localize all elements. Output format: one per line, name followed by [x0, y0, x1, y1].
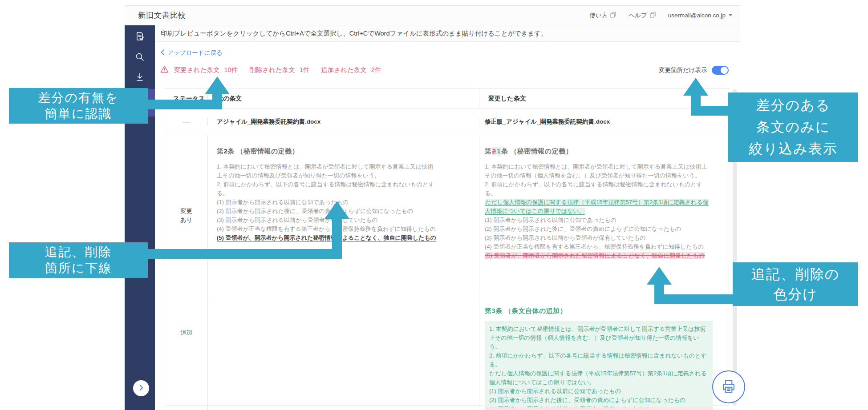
app-sidebar — [125, 25, 155, 410]
filter-toggle-label: 変更箇所だけ表示 — [659, 66, 707, 74]
original-cell-partial — [208, 406, 479, 410]
back-link-label: アップロードに戻る — [167, 49, 223, 57]
changed-para: 2. 前項にかかわらず、以下の各号に該当する情報は秘密情報に含まれないものとする… — [485, 180, 709, 198]
changed-para: 1. 本契約において秘密情報とは、開示者が受領者に対して開示する営業上又は技術上… — [485, 162, 709, 180]
help-link-label: ヘルプ — [629, 12, 647, 20]
callout-line: 絞り込み表示 — [728, 138, 858, 160]
download-icon[interactable] — [134, 72, 146, 83]
added-article-body: 1. 本契約において秘密情報とは、開示者が受領者に対して開示する営業上又は技術上… — [485, 321, 713, 410]
diff-summary: 変更された条文 10件 削除された条文 1件 追加された条文 2件 — [160, 65, 387, 74]
added-articles-count: 追加された条文 2件 — [321, 66, 381, 74]
caret-down-icon — [729, 14, 732, 16]
original-article-heading: 第2条 （秘密情報の定義） — [217, 147, 439, 156]
heading-text: 第 — [217, 147, 224, 155]
external-link-icon — [610, 12, 616, 19]
changed-item: (4) 受領者が正当な権限を有する第三者から、秘密保持義務を負わずに知得したもの — [485, 242, 709, 251]
changed-file-name: 修正版_アジャイル_開発業務委託契約書.docx — [479, 118, 729, 126]
changed-count: 10件 — [224, 66, 238, 74]
chevron-right-icon — [137, 384, 145, 393]
table-header-row: ステータス 元の条文 変更した条文 — [165, 88, 729, 109]
callout-filter: 差分のある 条文のみに 絞り込み表示 — [728, 92, 858, 162]
usage-link-label: 使い方 — [589, 12, 608, 20]
sidebar-expand-button[interactable] — [133, 380, 149, 396]
titlebar-links: 使い方 ヘルプ usermail@aicon.co.jp — [589, 12, 732, 20]
callout-arrow-connector — [145, 100, 222, 109]
changed-item: (2) 開示者から開示された後に、受領者の責めによらずに公知になったもの — [485, 225, 709, 233]
changed-articles-count: 変更された条文 10件 — [174, 66, 238, 74]
added-line: ただし個人情報の保護に関する法律（平成15年法律第57号）第2条1項に定義される… — [489, 369, 708, 387]
toggle-knob — [721, 67, 728, 74]
warning-icon — [160, 65, 169, 74]
heading-text: 第 — [485, 147, 492, 155]
column-header-original: 元の条文 — [208, 88, 479, 108]
account-menu[interactable]: usermail@aicon.co.jp — [668, 12, 732, 19]
added-article-cell: 第3条 （条文自体の追加） 1. 本契約において秘密情報とは、開示者が受領者に対… — [479, 296, 729, 405]
deleted-item: (5) 受領者が、開示者から開示された秘密情報によることなく、独自に開発したもの — [485, 252, 705, 259]
callout-line: 差分のある — [728, 94, 858, 116]
added-line: 2. 前項にかかわらず、以下の各号に該当する情報は秘密情報に含まれないものとする… — [489, 351, 708, 369]
changed-label: 変更された条文 — [174, 66, 220, 74]
callout-line: 条文のみに — [728, 116, 858, 138]
callout-color-coding: 追記、削除の 色分け — [733, 262, 858, 306]
page-title: 新旧文書比較 — [138, 10, 186, 20]
diff-added-text: ただし個人情報の保護に関する法律（平成15年法律第57号）第2条1項に定義される… — [485, 198, 709, 216]
callout-diff-presence: 差分の有無を 簡単に認識 — [9, 88, 148, 124]
document-check-icon[interactable] — [134, 31, 146, 42]
deleted-label: 削除された条文 — [249, 66, 295, 74]
added-line: (1) 開示者から開示される以前に公知であったもの — [489, 387, 708, 396]
added-article-row: 追加 第3条 （条文自体の追加） 1. 本契約において秘密情報とは、開示者が受領… — [165, 296, 729, 406]
callout-line: 箇所に下線 — [9, 260, 148, 276]
status-badge: 変更あり — [179, 207, 194, 225]
callout-arrow-shaft — [332, 218, 342, 252]
diff-deleted-text: (5) 受領者が、開示者から開示された秘密情報によることなく、独自に開発したもの — [485, 251, 709, 260]
usage-link[interactable]: 使い方 — [589, 12, 616, 20]
added-label: 追加された条文 — [321, 66, 367, 74]
filter-toggle-row: 変更箇所だけ表示 — [659, 66, 729, 75]
file-name-row: — アジャイル_開発業務委託契約書.docx 修正版_アジャイル_開発業務委託契… — [165, 109, 729, 135]
deleted-row-partial — [479, 406, 729, 410]
heading-text: 条 （秘密情報の定義） — [227, 147, 299, 155]
filter-toggle[interactable] — [712, 66, 729, 75]
deleted-articles-count: 削除された条文 1件 — [249, 66, 309, 74]
callout-line: 簡単に認識 — [9, 106, 148, 122]
heading-deleted-char: 2 — [492, 147, 497, 155]
status-badge: 追加 — [179, 328, 194, 337]
changed-article-cell: 第21条 （秘密情報の定義） 1. 本契約において秘密情報とは、開示者が受領者に… — [479, 135, 729, 296]
changed-article-row: 変更あり 第2条 （秘密情報の定義） 1. 本契約において秘密情報とは、開示者が… — [165, 135, 729, 296]
heading-text: 条 （秘密情報の定義） — [501, 147, 572, 155]
deleted-count: 1件 — [300, 66, 310, 74]
added-clause: ただし個人情報の保護に関する法律（平成15年法律第57号）第2条1項に定義される… — [485, 199, 709, 214]
info-text: 印刷プレビューボタンをクリックしてからCtrl+Aで全文選択し、Ctrl+CでW… — [161, 29, 548, 38]
back-link[interactable]: アップロードに戻る — [161, 49, 223, 57]
status-cell-changed: 変更あり — [165, 135, 208, 296]
original-para: 2. 前項にかかわらず、以下の各号に該当する情報は秘密情報に含まれないものとする… — [217, 180, 439, 198]
callout-arrow-connector — [654, 294, 734, 304]
callout-arrowhead-colorcoding — [647, 267, 672, 285]
original-file-name: アジャイル_開発業務委託契約書.docx — [208, 118, 479, 126]
callout-line: 色分け — [733, 284, 858, 304]
changed-item: (3) 開示者から開示される以前から受領者が保有していたもの — [485, 233, 709, 242]
heading-added-char: 1 — [496, 147, 501, 155]
original-article-cell-empty — [208, 296, 479, 405]
added-article-heading: 第3条 （条文自体の追加） — [485, 307, 713, 315]
info-bar: 印刷プレビューボタンをクリックしてからCtrl+Aで全文選択し、Ctrl+CでW… — [155, 25, 740, 42]
chevron-left-icon — [161, 49, 164, 56]
status-cell-added: 追加 — [165, 296, 208, 405]
added-count: 2件 — [371, 66, 381, 74]
callout-line: 追記、削除 — [9, 244, 148, 260]
external-link-icon — [650, 12, 656, 19]
help-link[interactable]: ヘルプ — [629, 12, 655, 20]
next-row-partial — [165, 406, 729, 410]
print-preview-button[interactable] — [712, 370, 745, 403]
search-icon[interactable] — [134, 51, 146, 63]
titlebar: 新旧文書比較 使い方 ヘルプ usermail@aicon.co.jp — [125, 5, 740, 25]
original-para: 1. 本契約において秘密情報とは、開示者が受領者に対して開示する営業上又は技術上… — [217, 162, 439, 180]
callout-arrow-connector — [145, 249, 342, 259]
status-cell-partial — [165, 406, 208, 410]
original-item: (4) 受領者が正当な権限を有する第三者から、秘密保持義務を負わずに知得したもの — [217, 225, 439, 233]
account-email: usermail@aicon.co.jp — [668, 12, 726, 19]
callout-line: 差分の有無を — [9, 90, 148, 106]
callout-arrowhead-underline — [324, 201, 349, 219]
file-row-status: — — [165, 118, 208, 126]
app-screenshot: 新旧文書比較 使い方 ヘルプ usermail@aicon.co.jp — [0, 0, 868, 410]
